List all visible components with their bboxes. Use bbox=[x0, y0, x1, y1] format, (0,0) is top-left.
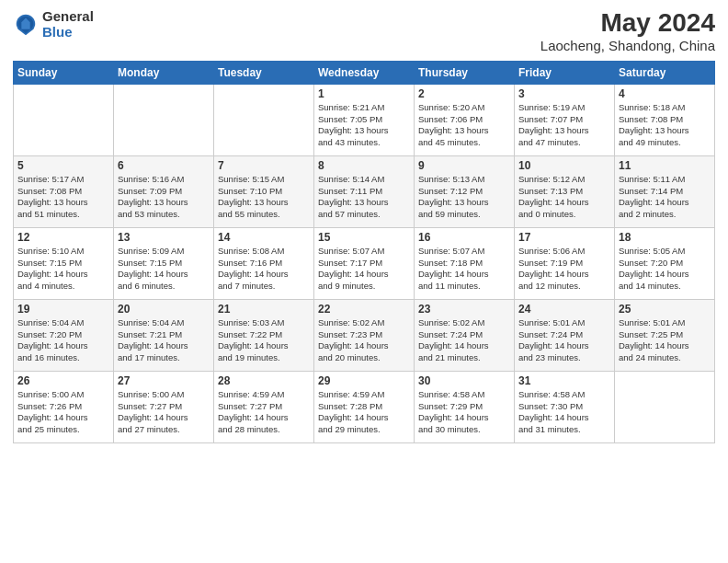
day-info: Sunrise: 4:58 AM Sunset: 7:30 PM Dayligh… bbox=[518, 389, 610, 436]
calendar-cell: 18Sunrise: 5:05 AM Sunset: 7:20 PM Dayli… bbox=[615, 227, 715, 299]
day-number: 9 bbox=[418, 159, 510, 172]
day-info: Sunrise: 5:13 AM Sunset: 7:12 PM Dayligh… bbox=[418, 174, 510, 221]
day-info: Sunrise: 5:07 AM Sunset: 7:17 PM Dayligh… bbox=[318, 246, 410, 293]
day-number: 27 bbox=[118, 374, 210, 387]
day-info: Sunrise: 5:12 AM Sunset: 7:13 PM Dayligh… bbox=[518, 174, 610, 221]
day-number: 23 bbox=[418, 303, 510, 316]
logo-general-text: General bbox=[42, 9, 94, 25]
calendar-cell: 6Sunrise: 5:16 AM Sunset: 7:09 PM Daylig… bbox=[114, 155, 214, 227]
day-info: Sunrise: 5:07 AM Sunset: 7:18 PM Dayligh… bbox=[418, 246, 510, 293]
calendar-cell: 23Sunrise: 5:02 AM Sunset: 7:24 PM Dayli… bbox=[415, 299, 515, 371]
day-number: 2 bbox=[418, 87, 510, 100]
day-number: 28 bbox=[218, 374, 310, 387]
day-info: Sunrise: 5:03 AM Sunset: 7:22 PM Dayligh… bbox=[218, 317, 310, 364]
day-number: 19 bbox=[17, 303, 109, 316]
day-number: 11 bbox=[619, 159, 711, 172]
day-number: 1 bbox=[318, 87, 410, 100]
calendar-cell bbox=[615, 371, 715, 442]
calendar-cell: 29Sunrise: 4:59 AM Sunset: 7:28 PM Dayli… bbox=[314, 371, 415, 442]
day-number: 6 bbox=[118, 159, 210, 172]
day-number: 24 bbox=[518, 303, 610, 316]
calendar-cell: 28Sunrise: 4:59 AM Sunset: 7:27 PM Dayli… bbox=[214, 371, 314, 442]
calendar-cell: 12Sunrise: 5:10 AM Sunset: 7:15 PM Dayli… bbox=[14, 227, 114, 299]
day-number: 21 bbox=[218, 303, 310, 316]
day-number: 31 bbox=[518, 374, 610, 387]
calendar-cell: 9Sunrise: 5:13 AM Sunset: 7:12 PM Daylig… bbox=[415, 155, 515, 227]
logo-blue-text: Blue bbox=[42, 25, 94, 40]
day-number: 25 bbox=[619, 303, 711, 316]
calendar-cell: 7Sunrise: 5:15 AM Sunset: 7:10 PM Daylig… bbox=[214, 155, 314, 227]
day-number: 4 bbox=[619, 87, 711, 100]
calendar-week-row: 12Sunrise: 5:10 AM Sunset: 7:15 PM Dayli… bbox=[14, 227, 715, 299]
header: General Blue May 2024 Laocheng, Shandong… bbox=[13, 9, 715, 53]
day-number: 12 bbox=[17, 231, 109, 244]
calendar-cell: 1Sunrise: 5:21 AM Sunset: 7:05 PM Daylig… bbox=[314, 84, 415, 155]
day-info: Sunrise: 5:08 AM Sunset: 7:16 PM Dayligh… bbox=[218, 246, 310, 293]
day-number: 7 bbox=[218, 159, 310, 172]
calendar-cell: 10Sunrise: 5:12 AM Sunset: 7:13 PM Dayli… bbox=[515, 155, 615, 227]
calendar-cell: 14Sunrise: 5:08 AM Sunset: 7:16 PM Dayli… bbox=[214, 227, 314, 299]
day-info: Sunrise: 5:16 AM Sunset: 7:09 PM Dayligh… bbox=[118, 174, 210, 221]
day-info: Sunrise: 5:06 AM Sunset: 7:19 PM Dayligh… bbox=[518, 246, 610, 293]
calendar-cell: 8Sunrise: 5:14 AM Sunset: 7:11 PM Daylig… bbox=[314, 155, 415, 227]
calendar-cell: 21Sunrise: 5:03 AM Sunset: 7:22 PM Dayli… bbox=[214, 299, 314, 371]
calendar-cell: 19Sunrise: 5:04 AM Sunset: 7:20 PM Dayli… bbox=[14, 299, 114, 371]
day-number: 3 bbox=[518, 87, 610, 100]
day-number: 5 bbox=[17, 159, 109, 172]
day-info: Sunrise: 5:21 AM Sunset: 7:05 PM Dayligh… bbox=[318, 102, 410, 149]
calendar-day-header: Sunday bbox=[14, 61, 114, 84]
day-info: Sunrise: 5:09 AM Sunset: 7:15 PM Dayligh… bbox=[118, 246, 210, 293]
day-info: Sunrise: 5:02 AM Sunset: 7:24 PM Dayligh… bbox=[418, 317, 510, 364]
day-number: 29 bbox=[318, 374, 410, 387]
calendar-cell: 31Sunrise: 4:58 AM Sunset: 7:30 PM Dayli… bbox=[515, 371, 615, 442]
calendar-week-row: 19Sunrise: 5:04 AM Sunset: 7:20 PM Dayli… bbox=[14, 299, 715, 371]
day-info: Sunrise: 5:18 AM Sunset: 7:08 PM Dayligh… bbox=[619, 102, 711, 149]
calendar-week-row: 26Sunrise: 5:00 AM Sunset: 7:26 PM Dayli… bbox=[14, 371, 715, 442]
page-container: General Blue May 2024 Laocheng, Shandong… bbox=[0, 0, 728, 453]
calendar-day-header: Wednesday bbox=[314, 61, 415, 84]
calendar-cell: 4Sunrise: 5:18 AM Sunset: 7:08 PM Daylig… bbox=[615, 84, 715, 155]
day-number: 14 bbox=[218, 231, 310, 244]
logo-text: General Blue bbox=[42, 9, 94, 40]
calendar-day-header: Friday bbox=[515, 61, 615, 84]
day-number: 17 bbox=[518, 231, 610, 244]
location-text: Laocheng, Shandong, China bbox=[540, 38, 715, 53]
day-info: Sunrise: 5:05 AM Sunset: 7:20 PM Dayligh… bbox=[619, 246, 711, 293]
day-info: Sunrise: 5:14 AM Sunset: 7:11 PM Dayligh… bbox=[318, 174, 410, 221]
day-info: Sunrise: 5:02 AM Sunset: 7:23 PM Dayligh… bbox=[318, 317, 410, 364]
calendar-cell: 30Sunrise: 4:58 AM Sunset: 7:29 PM Dayli… bbox=[415, 371, 515, 442]
calendar-cell: 22Sunrise: 5:02 AM Sunset: 7:23 PM Dayli… bbox=[314, 299, 415, 371]
calendar-cell: 5Sunrise: 5:17 AM Sunset: 7:08 PM Daylig… bbox=[14, 155, 114, 227]
day-number: 13 bbox=[118, 231, 210, 244]
calendar-cell: 26Sunrise: 5:00 AM Sunset: 7:26 PM Dayli… bbox=[14, 371, 114, 442]
calendar-day-header: Saturday bbox=[615, 61, 715, 84]
day-number: 15 bbox=[318, 231, 410, 244]
day-info: Sunrise: 5:20 AM Sunset: 7:06 PM Dayligh… bbox=[418, 102, 510, 149]
day-number: 8 bbox=[318, 159, 410, 172]
logo-icon bbox=[13, 12, 39, 38]
calendar-table: SundayMondayTuesdayWednesdayThursdayFrid… bbox=[13, 61, 715, 443]
day-info: Sunrise: 5:17 AM Sunset: 7:08 PM Dayligh… bbox=[17, 174, 109, 221]
calendar-cell: 11Sunrise: 5:11 AM Sunset: 7:14 PM Dayli… bbox=[615, 155, 715, 227]
day-number: 30 bbox=[418, 374, 510, 387]
calendar-cell bbox=[114, 84, 214, 155]
day-info: Sunrise: 5:15 AM Sunset: 7:10 PM Dayligh… bbox=[218, 174, 310, 221]
day-info: Sunrise: 5:00 AM Sunset: 7:27 PM Dayligh… bbox=[118, 389, 210, 436]
day-number: 26 bbox=[17, 374, 109, 387]
calendar-cell bbox=[14, 84, 114, 155]
day-info: Sunrise: 5:04 AM Sunset: 7:20 PM Dayligh… bbox=[17, 317, 109, 364]
calendar-cell: 20Sunrise: 5:04 AM Sunset: 7:21 PM Dayli… bbox=[114, 299, 214, 371]
calendar-day-header: Monday bbox=[114, 61, 214, 84]
calendar-day-header: Tuesday bbox=[214, 61, 314, 84]
calendar-cell: 16Sunrise: 5:07 AM Sunset: 7:18 PM Dayli… bbox=[415, 227, 515, 299]
calendar-week-row: 1Sunrise: 5:21 AM Sunset: 7:05 PM Daylig… bbox=[14, 84, 715, 155]
day-info: Sunrise: 5:01 AM Sunset: 7:25 PM Dayligh… bbox=[619, 317, 711, 364]
month-year-title: May 2024 bbox=[540, 9, 715, 38]
day-info: Sunrise: 4:59 AM Sunset: 7:27 PM Dayligh… bbox=[218, 389, 310, 436]
calendar-cell bbox=[214, 84, 314, 155]
day-number: 20 bbox=[118, 303, 210, 316]
day-info: Sunrise: 5:11 AM Sunset: 7:14 PM Dayligh… bbox=[619, 174, 711, 221]
day-number: 16 bbox=[418, 231, 510, 244]
calendar-cell: 3Sunrise: 5:19 AM Sunset: 7:07 PM Daylig… bbox=[515, 84, 615, 155]
day-info: Sunrise: 4:58 AM Sunset: 7:29 PM Dayligh… bbox=[418, 389, 510, 436]
